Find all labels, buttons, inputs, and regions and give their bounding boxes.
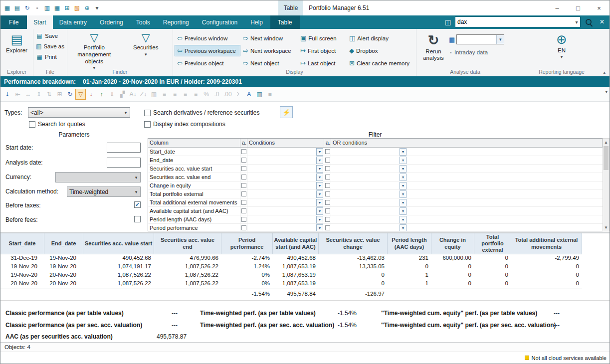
close-button[interactable]: × [589, 0, 610, 15]
font-color-icon[interactable]: A [244, 89, 254, 100]
tab-file[interactable]: File [0, 15, 27, 29]
calc-method-dropdown[interactable]: Time-weighted ▾ [67, 186, 141, 197]
and-checkbox[interactable] [241, 208, 246, 213]
conditions-dropdown[interactable]: ▾ [316, 165, 323, 173]
display-index-checkbox[interactable] [144, 121, 151, 128]
or-conditions-dropdown[interactable]: ▾ [400, 207, 407, 215]
filter-grid-header-cell[interactable]: Conditions [247, 139, 324, 147]
or-conditions-dropdown[interactable]: ▾ [400, 157, 407, 164]
filter-grid-header-cell[interactable]: a.. [240, 139, 247, 147]
column-header-period-length-aac-days[interactable]: Period length (AAC days) [388, 233, 431, 254]
filter-icon[interactable]: ▽ [75, 89, 86, 100]
and-checkbox[interactable] [241, 200, 246, 205]
conditions-dropdown[interactable]: ▾ [316, 224, 323, 232]
refresh-icon[interactable]: ↻ [65, 89, 75, 100]
or-conditions-dropdown[interactable]: ▾ [400, 190, 407, 198]
conditions-dropdown[interactable]: ▾ [316, 190, 323, 198]
display-index-option[interactable]: Display index compositions [144, 121, 225, 128]
scroll-down-icon[interactable]: ▼ [603, 224, 609, 231]
column-header-change-in-equity[interactable]: Change in equity [431, 233, 474, 254]
tab-reporting[interactable]: Reporting [157, 15, 196, 29]
column-header-start-date[interactable]: Start_date [0, 233, 44, 254]
or-conditions-dropdown[interactable]: ▾ [400, 174, 407, 181]
analysis-date-input[interactable] [107, 158, 141, 168]
tab-table[interactable]: Table [270, 15, 300, 29]
column-header-period-performance[interactable]: Period performance [221, 233, 273, 254]
conditions-dropdown[interactable]: ▾ [316, 216, 323, 223]
scroll-up-icon[interactable]: ▲ [603, 139, 609, 146]
portfolio-management-objects-button[interactable]: ▽Portfolio management objects▾ [69, 30, 120, 70]
or-conditions-dropdown[interactable]: ▾ [400, 216, 407, 223]
conditions-dropdown[interactable]: ▾ [316, 207, 323, 215]
and-checkbox[interactable] [241, 225, 246, 230]
contextual-tab-group[interactable]: Table [278, 0, 303, 15]
or-checkbox[interactable] [325, 217, 330, 222]
column-header-securities-acc-value-change[interactable]: Securities acc. value change [319, 233, 388, 254]
and-checkbox[interactable] [241, 158, 246, 163]
reporting-language-button[interactable]: ⊕ EN ▾ [543, 30, 580, 59]
first-object-button[interactable]: ↦First object [298, 45, 347, 56]
conditions-dropdown[interactable]: ▾ [316, 148, 323, 156]
import-data-icon[interactable]: ↧ [2, 89, 12, 100]
start-date-input[interactable] [107, 143, 141, 153]
filter-grid-header-cell[interactable]: OR conditions [331, 139, 603, 147]
search-close-button[interactable]: × [597, 16, 608, 27]
or-checkbox[interactable] [325, 200, 330, 205]
column-header-securities-acc-value-end[interactable]: Securities acc. value end [154, 233, 221, 254]
search-derivatives-option[interactable]: Search derivatives / reference securitie… [144, 109, 259, 116]
rerun-analysis-button[interactable]: ↻ Rerun analysis [418, 31, 449, 61]
save-as-button[interactable]: ▥Save as [35, 41, 65, 51]
or-checkbox[interactable] [325, 175, 330, 180]
chart-bars-icon[interactable]: ▧ [72, 3, 82, 13]
previous-window-button[interactable]: ⇦Previous window [175, 32, 240, 44]
or-checkbox[interactable] [325, 166, 330, 171]
search-button[interactable] [583, 16, 595, 27]
minimize-button[interactable]: – [547, 0, 568, 15]
table-row[interactable]: 19-Nov-2019-Nov-201,074,191.171,087,526.… [0, 263, 610, 271]
intraday-data-toggle[interactable]: ▪ Intraday data [449, 49, 504, 55]
conditions-dropdown[interactable]: ▾ [316, 174, 323, 181]
table-clock-icon[interactable]: ▥ [42, 3, 52, 13]
or-checkbox[interactable] [325, 149, 330, 154]
previous-object-button[interactable]: ⇦Previous object [175, 57, 240, 69]
and-checkbox[interactable] [241, 191, 246, 196]
analysis-date-combo[interactable]: ▾ [456, 34, 504, 44]
column-header-securities-acc-value-start[interactable]: Securities acc. value start [83, 233, 154, 254]
analysis-date-combo-input[interactable] [457, 36, 496, 43]
stop-icon[interactable]: ▪ [32, 3, 42, 13]
chart-up-icon[interactable]: ↑ [96, 89, 107, 100]
save-button[interactable]: ▤Save [35, 30, 65, 41]
conditions-dropdown[interactable]: ▾ [316, 199, 323, 206]
before-fees-checkbox[interactable] [134, 216, 141, 222]
column-header-total-portfolio-external[interactable]: Total portfolio external [474, 233, 511, 254]
tab-ordering[interactable]: Ordering [93, 15, 130, 29]
print-button[interactable]: ▦Print [35, 51, 65, 62]
filter-grid-header-cell[interactable]: Column [148, 139, 240, 147]
securities-button[interactable]: ▽Securities▾ [121, 30, 172, 70]
tab-start[interactable]: Start [27, 15, 52, 29]
or-checkbox[interactable] [325, 191, 330, 196]
chart-down-icon[interactable]: ↓ [86, 89, 96, 100]
next-workspace-button[interactable]: ⇨Next workspace [240, 45, 298, 56]
and-checkbox[interactable] [241, 149, 246, 154]
scroll-thumb[interactable] [604, 146, 609, 170]
and-checkbox[interactable] [241, 217, 246, 222]
or-conditions-dropdown[interactable]: ▾ [400, 199, 407, 206]
column-chart-icon[interactable]: ▥ [254, 89, 265, 100]
table-grid-icon[interactable]: ▦ [52, 3, 62, 13]
tab-tools[interactable]: Tools [130, 15, 157, 29]
and-checkbox[interactable] [241, 183, 246, 188]
or-checkbox[interactable] [325, 208, 330, 213]
column-header-total-additional-external-movements[interactable]: Total additional external movements [511, 233, 582, 254]
filter-scrollbar[interactable]: ▲ ▼ [603, 138, 610, 231]
and-checkbox[interactable] [241, 166, 246, 171]
before-taxes-checkbox[interactable]: ✓ [134, 201, 141, 208]
column-header-end-date[interactable]: End_date [44, 233, 83, 254]
column-header-available-capital-start-and-aac[interactable]: Available capital start (and AAC) [273, 233, 319, 254]
full-screen-button[interactable]: ▣Full screen [298, 32, 347, 44]
chart-icon[interactable]: ▦ [2, 3, 12, 13]
filter-grid-header-cell[interactable]: a.. [324, 139, 331, 147]
conditions-dropdown[interactable]: ▾ [316, 157, 323, 164]
globe-chart-icon[interactable]: ⊕ [82, 3, 92, 13]
toolbar-overflow-icon[interactable]: ▾ [605, 89, 608, 94]
